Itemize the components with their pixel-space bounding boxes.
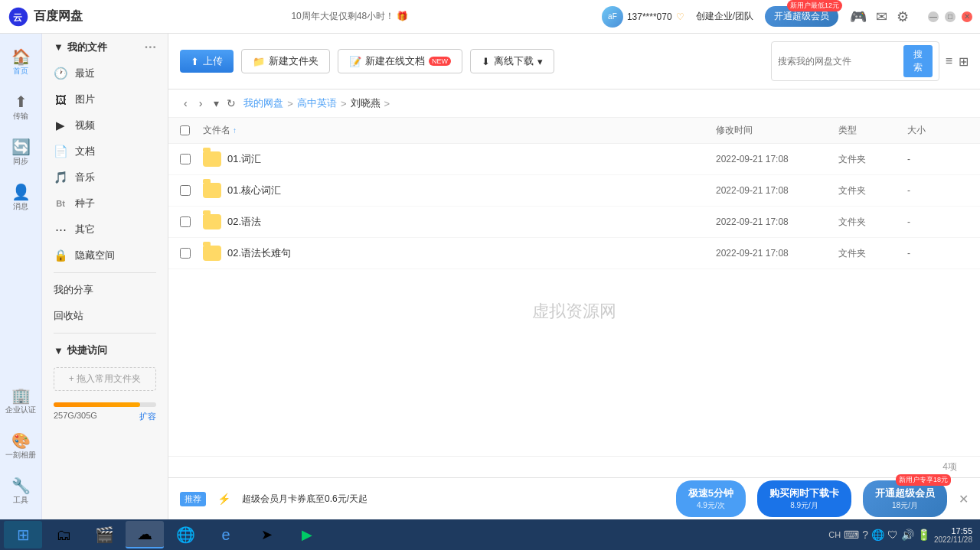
- sidebar-item-private[interactable]: 🔒 隐藏空间: [42, 242, 168, 268]
- search-input[interactable]: [778, 56, 903, 67]
- taskbar-app-arrow[interactable]: ➤: [247, 521, 286, 548]
- create-team-btn[interactable]: 创建企业/团队: [696, 10, 753, 23]
- sidebar-item-seed[interactable]: Bt 种子: [42, 190, 168, 216]
- nav-dropdown-button[interactable]: ▾: [210, 96, 223, 111]
- row-size-3: -: [907, 248, 969, 259]
- breadcrumb-level1[interactable]: 高中英语: [297, 96, 337, 110]
- taskbar-app-player[interactable]: 🎬: [85, 521, 123, 548]
- expand-button[interactable]: 扩容: [139, 411, 156, 422]
- other-label: 其它: [75, 223, 95, 236]
- breadcrumb-root[interactable]: 我的网盘: [243, 96, 283, 110]
- message-icon: 👤: [11, 183, 31, 201]
- keyboard-icon[interactable]: ⌨: [844, 529, 859, 541]
- row-checkbox-3[interactable]: [180, 248, 191, 259]
- logo[interactable]: 云 百度网盘: [8, 6, 83, 28]
- network-icon[interactable]: 🌐: [871, 529, 884, 541]
- table-row[interactable]: 01.词汇 2022-09-21 17:08 文件夹 -: [168, 144, 980, 175]
- my-files-header[interactable]: ▼ 我的文件 ⋯: [42, 34, 168, 60]
- new-folder-button[interactable]: 📁 新建文件夹: [241, 49, 330, 73]
- nav-forward-button[interactable]: ›: [195, 96, 207, 111]
- user-avatar[interactable]: aF 137****070 ♡: [602, 6, 684, 28]
- other-icon: ⋯: [54, 223, 67, 236]
- help-icon[interactable]: ?: [862, 529, 868, 541]
- header-type[interactable]: 类型: [838, 124, 907, 137]
- download-chevron-icon: ▾: [537, 56, 543, 67]
- sidebar-item-other[interactable]: ⋯ 其它: [42, 216, 168, 242]
- view-list-button[interactable]: ≡: [946, 54, 952, 68]
- battery-icon[interactable]: 🔋: [917, 529, 930, 541]
- taskbar-start-button[interactable]: ⊞: [4, 521, 42, 548]
- sidebar-sync[interactable]: 🔄 同步: [8, 132, 34, 173]
- maximize-button[interactable]: □: [945, 11, 956, 22]
- table-row[interactable]: 02.语法长难句 2022-09-21 17:08 文件夹 -: [168, 238, 980, 269]
- sidebar-item-doc[interactable]: 📄 文档: [42, 138, 168, 164]
- sidebar-item-recycle[interactable]: 回收站: [42, 303, 168, 329]
- sidebar-item-photo[interactable]: 🖼 图片: [42, 86, 168, 112]
- clock-time: 17:55: [934, 526, 972, 535]
- download-button[interactable]: ⬇ 离线下载 ▾: [470, 49, 554, 73]
- settings-icon[interactable]: ⚙: [897, 8, 909, 25]
- sidebar-message[interactable]: 👤 消息: [8, 177, 34, 218]
- sidebar-transfer[interactable]: ⬆ 传输: [9, 86, 32, 128]
- file-name-2: 02.语法: [227, 215, 261, 229]
- close-button[interactable]: ✕: [962, 11, 972, 22]
- new-doc-icon: 📝: [349, 56, 361, 67]
- doc-label: 文档: [75, 145, 95, 158]
- row-check-3: [180, 248, 203, 259]
- ch-icon[interactable]: CH: [828, 530, 841, 539]
- row-checkbox-0[interactable]: [180, 154, 191, 164]
- minimize-button[interactable]: —: [928, 11, 939, 22]
- taskbar-app-chrome[interactable]: 🌐: [166, 521, 204, 548]
- doc-icon: 📄: [54, 145, 67, 158]
- header-size[interactable]: 大小: [907, 124, 969, 137]
- sidebar-tools[interactable]: 🔧 工具: [8, 470, 34, 512]
- game-app-icon: ▶: [302, 526, 312, 543]
- window-controls: — □ ✕: [928, 11, 972, 22]
- more-options-icon[interactable]: ⋯: [144, 40, 156, 54]
- select-all-checkbox[interactable]: [180, 125, 190, 135]
- mail-icon[interactable]: ✉: [876, 8, 887, 25]
- header-name[interactable]: 文件名 ↑: [203, 124, 716, 137]
- sidebar-home[interactable]: 🏠 首页: [8, 41, 34, 83]
- taskbar-app-baidu[interactable]: ☁: [126, 521, 164, 548]
- player-icon: 🎬: [95, 526, 114, 544]
- row-checkbox-1[interactable]: [180, 185, 191, 196]
- header-date[interactable]: 修改时间: [716, 124, 838, 137]
- game-icon[interactable]: 🎮: [850, 8, 867, 25]
- header-check: [180, 125, 203, 135]
- clock-date: 2022/11/28: [934, 535, 972, 544]
- open-vip-button[interactable]: 新用户专享18元 开通超级会员 18元/月: [863, 480, 947, 517]
- close-banner-button[interactable]: ✕: [959, 492, 969, 506]
- table-row[interactable]: 01.核心词汇 2022-09-21 17:08 文件夹 -: [168, 175, 980, 207]
- sidebar-enterprise[interactable]: 🏢 企业认证: [2, 380, 40, 421]
- logo-text: 百度网盘: [34, 8, 83, 24]
- nav-back-button[interactable]: ‹: [180, 96, 191, 111]
- row-type-2: 文件夹: [838, 216, 907, 229]
- sidebar-item-recent[interactable]: 🕐 最近: [42, 60, 168, 86]
- sidebar-item-myshare[interactable]: 我的分享: [42, 277, 168, 303]
- view-grid-button[interactable]: ⊞: [959, 54, 969, 69]
- refresh-button[interactable]: ↻: [227, 97, 236, 109]
- new-doc-button[interactable]: 📝 新建在线文档 NEW: [338, 49, 462, 73]
- security-icon[interactable]: 🛡: [887, 529, 898, 541]
- taskbar-app-ie[interactable]: e: [207, 521, 245, 548]
- taskbar-app-game[interactable]: ▶: [288, 521, 326, 548]
- sidebar-album[interactable]: 🎨 一刻相册: [2, 425, 40, 467]
- idle-download-button[interactable]: 购买闲时下载卡 8.9元/月: [757, 480, 851, 517]
- search-button[interactable]: 搜索: [903, 45, 933, 77]
- vip-badge: 新用户最低12元: [787, 0, 842, 11]
- sidebar-item-music[interactable]: 🎵 音乐: [42, 164, 168, 190]
- upload-button[interactable]: ⬆ 上传: [180, 50, 234, 73]
- sync-icon: 🔄: [11, 138, 31, 156]
- sidebar-item-video[interactable]: ▶ 视频: [42, 112, 168, 138]
- content-area: ⬆ 上传 📁 新建文件夹 📝 新建在线文档 NEW ⬇ 离线下载 ▾ 搜索: [168, 34, 980, 519]
- volume-icon[interactable]: 🔊: [901, 529, 914, 541]
- row-checkbox-2[interactable]: [180, 216, 191, 227]
- add-folder-button[interactable]: + 拖入常用文件夹: [54, 367, 156, 391]
- breadcrumb-level2: 刘晓燕: [351, 96, 381, 110]
- taskbar-app-explorer[interactable]: 🗂: [44, 521, 83, 548]
- quick-access-header[interactable]: ▼ 快捷访问: [42, 337, 168, 363]
- speed-download-button[interactable]: 极速5分钟 4.9元/次: [676, 480, 746, 517]
- table-row[interactable]: 02.语法 2022-09-21 17:08 文件夹 -: [168, 207, 980, 238]
- vip-button[interactable]: 开通超级会员 新用户最低12元: [765, 6, 838, 27]
